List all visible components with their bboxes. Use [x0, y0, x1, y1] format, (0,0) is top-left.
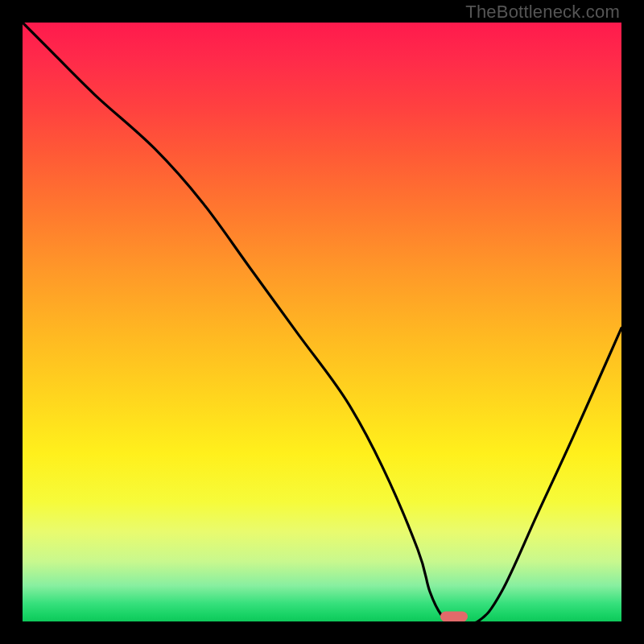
chart-frame: TheBottleneck.com — [0, 0, 644, 644]
plot-area — [23, 23, 621, 621]
watermark-text: TheBottleneck.com — [465, 2, 620, 23]
bottleneck-curve — [23, 23, 621, 621]
optimal-marker — [440, 612, 468, 622]
